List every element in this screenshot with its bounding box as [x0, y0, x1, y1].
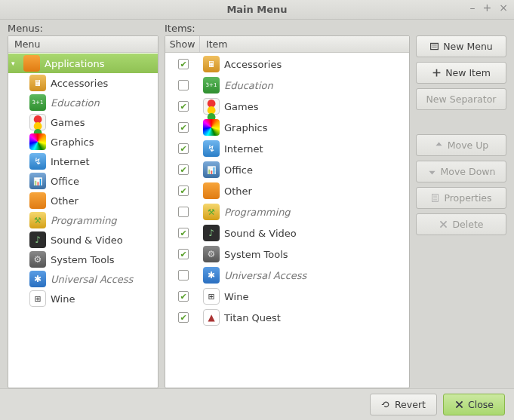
delete-button[interactable]: Delete [416, 213, 506, 235]
system-tools-icon [203, 246, 220, 262]
menus-label: Menus: [8, 23, 159, 34]
menu-label: Graphics [51, 136, 94, 148]
menu-row[interactable]: ●●●●Games [8, 112, 158, 132]
show-checkbox[interactable] [178, 185, 189, 196]
show-checkbox[interactable] [178, 122, 189, 133]
menu-label: Games [51, 117, 85, 128]
menu-label: Education [51, 97, 100, 109]
item-row[interactable]: Office [165, 159, 409, 180]
show-checkbox[interactable] [178, 249, 189, 259]
accessories-icon [203, 56, 220, 72]
menu-label: Universal Access [51, 274, 133, 285]
menu-row[interactable]: Education [8, 93, 158, 112]
menus-panel[interactable]: Menu ▾ApplicationsAccessoriesEducation●●… [8, 35, 159, 388]
properties-button[interactable]: Properties [416, 187, 506, 209]
close-button[interactable]: Close [443, 394, 505, 415]
item-label: Graphics [224, 122, 267, 133]
sound-video-icon [203, 225, 220, 241]
item-label: Titan Quest [224, 312, 281, 323]
show-checkbox[interactable] [178, 164, 189, 175]
titlebar[interactable]: Main Menu – + × [0, 0, 514, 20]
menus-tree: ▾ApplicationsAccessoriesEducation●●●●Gam… [8, 53, 158, 309]
menu-row[interactable]: Sound & Video [8, 230, 158, 250]
menu-row[interactable]: System Tools [8, 250, 158, 269]
minimize-button[interactable]: – [470, 2, 476, 14]
revert-button[interactable]: Revert [370, 394, 437, 415]
wine-icon [203, 288, 220, 305]
move-down-label: Move Down [441, 166, 496, 177]
content-area: Menus: Items: Menu ▾ApplicationsAccessor… [0, 20, 514, 388]
show-checkbox[interactable] [178, 207, 189, 217]
window-controls: – + × [470, 2, 508, 14]
item-label: Education [224, 80, 273, 91]
menus-tree-header[interactable]: Menu [8, 36, 158, 53]
move-up-label: Move Up [448, 139, 489, 151]
menu-label: Accessories [51, 78, 108, 89]
menu-row[interactable]: Graphics [8, 132, 158, 152]
menu-row[interactable]: Internet [8, 152, 158, 171]
menu-row[interactable]: Office [8, 171, 158, 191]
move-up-button[interactable]: Move Up [416, 134, 506, 156]
delete-icon [439, 219, 448, 229]
menu-column-header[interactable]: Menu [8, 36, 158, 52]
item-label: Accessories [224, 59, 282, 70]
menu-label: Sound & Video [51, 235, 123, 246]
item-row[interactable]: Sound & Video [165, 222, 409, 244]
menu-row[interactable]: Other [8, 191, 158, 210]
item-row[interactable]: Education [165, 75, 409, 96]
new-menu-label: New Menu [443, 41, 493, 52]
system-tools-icon [29, 251, 46, 268]
sound-video-icon [29, 231, 46, 248]
other-icon [203, 182, 220, 199]
window-title: Main Menu [226, 4, 287, 15]
maximize-button[interactable]: + [483, 2, 492, 14]
item-row[interactable]: Universal Access [165, 265, 409, 286]
menu-row[interactable]: Wine [8, 289, 158, 308]
menu-row[interactable]: Programming [8, 210, 158, 230]
menu-label: Internet [51, 156, 90, 167]
show-checkbox[interactable] [178, 270, 189, 281]
new-item-button[interactable]: New Item [416, 62, 506, 84]
item-row[interactable]: Titan Quest [165, 307, 409, 328]
new-separator-button[interactable]: New Separator [416, 88, 506, 110]
new-separator-label: New Separator [426, 94, 497, 105]
menu-label: Office [51, 176, 79, 187]
show-checkbox[interactable] [178, 101, 189, 112]
show-checkbox[interactable] [178, 80, 189, 90]
close-window-button[interactable]: × [499, 2, 508, 14]
expander-icon[interactable]: ▾ [11, 60, 19, 67]
column-headers: Menus: Items: [8, 23, 506, 35]
revert-icon [381, 400, 391, 409]
delete-label: Delete [452, 219, 483, 230]
items-panel[interactable]: Show Item AccessoriesEducation●●●●GamesG… [165, 35, 410, 388]
show-checkbox[interactable] [178, 228, 189, 238]
item-row[interactable]: Internet [165, 138, 409, 159]
items-tree-header: Show Item [165, 36, 409, 53]
show-checkbox[interactable] [178, 59, 189, 69]
internet-icon [203, 140, 220, 157]
item-row[interactable]: System Tools [165, 244, 409, 265]
main-area: Menu ▾ApplicationsAccessoriesEducation●●… [8, 35, 506, 388]
menu-label: Applications [45, 58, 104, 69]
show-checkbox[interactable] [178, 312, 189, 323]
menu-row[interactable]: Universal Access [8, 269, 158, 289]
titan-quest-icon [203, 309, 220, 326]
item-row[interactable]: Other [165, 180, 409, 201]
item-row[interactable]: Graphics [165, 117, 409, 138]
action-button-pane: New Menu New Item New Separator Move Up … [416, 35, 506, 388]
item-row[interactable]: ●●●●Games [165, 96, 409, 117]
move-down-button[interactable]: Move Down [416, 161, 506, 182]
item-row[interactable]: Accessories [165, 54, 409, 75]
item-label: Games [224, 101, 258, 112]
programming-icon [203, 204, 220, 220]
item-column-header[interactable]: Item [200, 36, 409, 52]
menu-row-root[interactable]: ▾Applications [8, 54, 158, 73]
item-row[interactable]: Wine [165, 286, 409, 307]
show-checkbox[interactable] [178, 143, 189, 154]
menu-row[interactable]: Accessories [8, 73, 158, 93]
item-row[interactable]: Programming [165, 201, 409, 222]
new-menu-button[interactable]: New Menu [416, 35, 506, 57]
show-checkbox[interactable] [178, 291, 189, 302]
show-column-header[interactable]: Show [165, 36, 200, 52]
properties-icon [430, 193, 440, 203]
